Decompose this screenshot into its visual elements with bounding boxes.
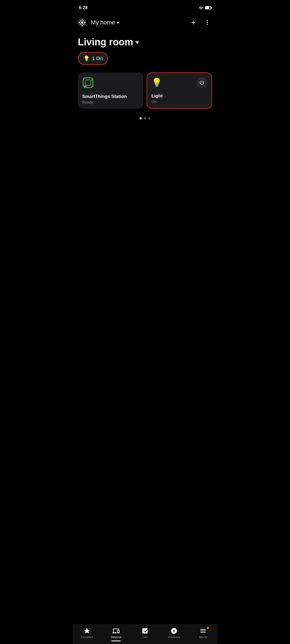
svg-point-4 xyxy=(84,22,85,23)
device-status: On xyxy=(151,100,207,104)
menu-icon xyxy=(200,627,206,634)
status-time: 6:28 xyxy=(79,5,88,10)
home-chevron-icon xyxy=(117,22,119,24)
header: My home xyxy=(73,14,218,31)
nav-item-life[interactable]: Life xyxy=(137,627,153,639)
wifi-icon xyxy=(199,6,204,10)
card-top xyxy=(82,77,139,91)
nav-item-menu[interactable]: Menu xyxy=(195,627,211,639)
room-title-button[interactable]: Living room xyxy=(78,36,212,48)
bottom-nav: Favorites Devices Life Routines Menu xyxy=(73,624,218,644)
summary-chip[interactable]: 💡 1 On xyxy=(78,52,108,65)
svg-point-13 xyxy=(91,79,93,81)
page-indicators xyxy=(73,111,218,124)
smartthings-station-icon xyxy=(82,77,95,91)
smartthings-icon xyxy=(82,77,95,90)
more-icon xyxy=(204,19,211,26)
page-dot-1 xyxy=(140,117,142,119)
device-card-light[interactable]: 💡 Light On xyxy=(147,72,212,109)
card-bottom: Light On xyxy=(151,93,207,104)
add-button[interactable] xyxy=(189,18,198,27)
nav-label-favorites: Favorites xyxy=(81,635,93,639)
nav-item-routines[interactable]: Routines xyxy=(166,627,182,639)
svg-point-12 xyxy=(84,85,86,87)
page-dot-2 xyxy=(144,117,146,119)
nav-label-routines: Routines xyxy=(168,635,180,639)
device-name: SmartThings Station xyxy=(82,94,139,99)
smartthings-home-icon xyxy=(77,18,87,27)
status-bar: 6:28 xyxy=(73,0,218,14)
nav-item-devices[interactable]: Devices xyxy=(108,627,124,639)
home-title-label: My home xyxy=(91,19,115,26)
power-icon xyxy=(199,80,205,85)
svg-point-5 xyxy=(82,25,83,26)
status-icons xyxy=(199,6,211,10)
svg-point-8 xyxy=(207,22,208,23)
svg-point-7 xyxy=(207,20,208,21)
device-card-smartthings-station[interactable]: SmartThings Station Ready xyxy=(78,72,143,109)
add-icon xyxy=(190,19,197,26)
active-indicator xyxy=(111,641,121,641)
summary-chip-icon: 💡 xyxy=(83,55,90,62)
devices-icon xyxy=(113,627,119,634)
nav-label-life: Life xyxy=(143,635,147,639)
device-status: Ready xyxy=(82,100,139,104)
nav-label-menu: Menu xyxy=(199,635,207,639)
star-icon xyxy=(84,627,90,634)
svg-point-9 xyxy=(207,24,208,25)
page-dot-3 xyxy=(148,117,150,119)
more-options-button[interactable] xyxy=(202,18,212,27)
light-icon: 💡 xyxy=(151,77,162,87)
menu-badge xyxy=(207,627,209,629)
room-title-label: Living room xyxy=(78,36,133,48)
home-network-icon xyxy=(77,17,88,28)
power-button[interactable] xyxy=(197,77,207,88)
room-section: Living room xyxy=(73,31,218,52)
svg-point-6 xyxy=(79,22,80,23)
summary-chip-text: 1 On xyxy=(92,56,103,61)
devices-grid: SmartThings Station Ready 💡 Light On xyxy=(73,70,218,111)
header-left: My home xyxy=(77,17,119,28)
nav-label-devices: Devices xyxy=(111,635,121,639)
life-icon xyxy=(142,627,148,634)
home-title-button[interactable]: My home xyxy=(91,19,119,26)
header-actions xyxy=(189,18,212,27)
card-bottom: SmartThings Station Ready xyxy=(82,94,139,104)
svg-point-3 xyxy=(82,19,83,20)
room-chevron-icon xyxy=(135,41,139,44)
device-name: Light xyxy=(151,93,207,99)
svg-rect-11 xyxy=(85,80,91,85)
routines-icon xyxy=(171,627,177,634)
battery-icon xyxy=(205,6,211,9)
svg-point-0 xyxy=(81,21,84,24)
card-top: 💡 xyxy=(151,77,207,88)
nav-item-favorites[interactable]: Favorites xyxy=(79,627,95,639)
